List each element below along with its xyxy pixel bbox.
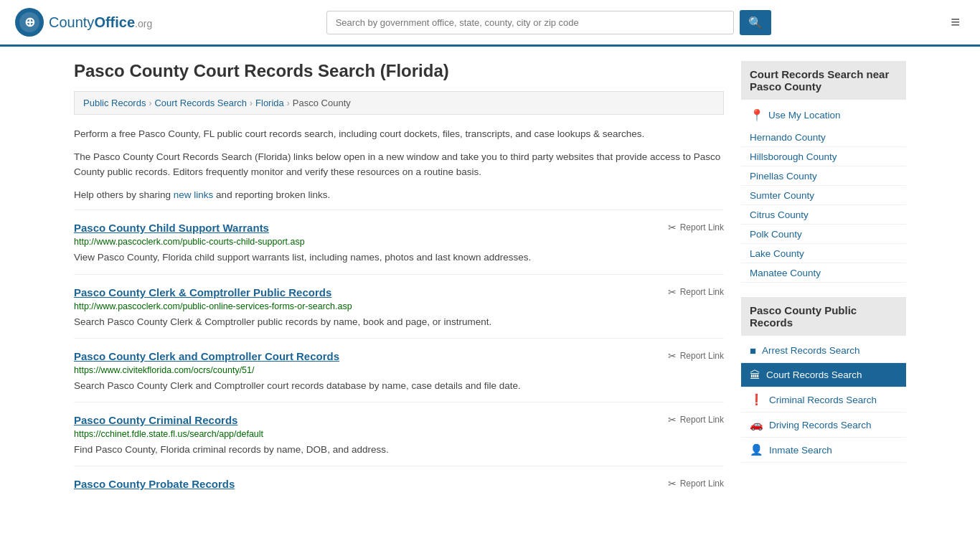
- pub-records-list: ■ Arrest Records Search 🏛 Court Records …: [741, 339, 906, 463]
- location-dot-icon: 📍: [750, 108, 764, 122]
- sidebar-nearby-section: Court Records Search near Pasco County 📍…: [741, 61, 906, 283]
- report-link-0[interactable]: ✂ Report Link: [668, 222, 724, 233]
- nearby-county-item: Sumter County: [741, 186, 906, 205]
- pub-rec-label-3: Driving Records Search: [769, 420, 872, 430]
- new-links-link[interactable]: new links: [174, 189, 214, 200]
- result-url-0[interactable]: http://www.pascoclerk.com/public-courts-…: [74, 237, 724, 247]
- result-item: Pasco County Criminal Records ✂ Report L…: [74, 402, 724, 466]
- result-url-3[interactable]: https://cchinet.fdle.state.fl.us/search/…: [74, 429, 724, 439]
- use-my-location[interactable]: 📍 Use My Location: [741, 103, 906, 128]
- sidebar-nearby-header: Court Records Search near Pasco County: [741, 61, 906, 100]
- search-button[interactable]: 🔍: [740, 10, 771, 35]
- pub-rec-icon-1: 🏛: [750, 369, 760, 381]
- pub-rec-icon-2: ❗: [750, 393, 763, 406]
- nearby-county-link-6[interactable]: Lake County: [750, 248, 804, 259]
- nearby-county-item: Citrus County: [741, 205, 906, 225]
- nearby-county-link-0[interactable]: Hernando County: [750, 132, 826, 143]
- result-desc-0: View Pasco County, Florida child support…: [74, 250, 724, 265]
- breadcrumb-sep-3: ›: [287, 98, 290, 108]
- breadcrumb: Public Records › Court Records Search › …: [74, 91, 724, 115]
- scissors-icon: ✂: [668, 222, 677, 233]
- pub-rec-icon-0: ■: [750, 344, 756, 357]
- result-item: Pasco County Clerk and Comptroller Court…: [74, 338, 724, 402]
- nearby-county-item: Hillsborough County: [741, 147, 906, 166]
- result-title-3[interactable]: Pasco County Criminal Records: [74, 414, 237, 426]
- report-link-3[interactable]: ✂ Report Link: [668, 414, 724, 425]
- breadcrumb-sep-2: ›: [250, 98, 253, 108]
- pub-rec-icon-3: 🚗: [750, 418, 763, 431]
- description-3: Help others by sharing new links and rep…: [74, 187, 724, 203]
- pub-rec-item-3[interactable]: 🚗 Driving Records Search: [741, 413, 906, 438]
- scissors-icon: ✂: [668, 478, 677, 489]
- result-desc-3: Find Pasco County, Florida criminal reco…: [74, 443, 724, 457]
- result-title-1[interactable]: Pasco County Clerk & Comptroller Public …: [74, 286, 331, 298]
- nearby-county-item: Hernando County: [741, 128, 906, 147]
- breadcrumb-court-records[interactable]: Court Records Search: [154, 98, 247, 108]
- scissors-icon: ✂: [668, 286, 677, 298]
- desc3-post: and reporting broken links.: [213, 189, 330, 200]
- nearby-county-link-1[interactable]: Hillsborough County: [750, 151, 837, 162]
- pub-rec-item-0[interactable]: ■ Arrest Records Search: [741, 339, 906, 363]
- logo-area: ⊕ CountyOffice.org: [14, 7, 152, 37]
- logo-text: CountyOffice.org: [49, 14, 152, 31]
- nearby-county-link-5[interactable]: Polk County: [750, 229, 802, 240]
- result-title-2[interactable]: Pasco County Clerk and Comptroller Court…: [74, 350, 339, 362]
- search-input[interactable]: [326, 11, 734, 34]
- result-item: Pasco County Child Support Warrants ✂ Re…: [74, 209, 724, 273]
- use-location-link[interactable]: Use My Location: [768, 110, 841, 121]
- result-url-1[interactable]: http://www.pascoclerk.com/public-online-…: [74, 301, 724, 311]
- result-header: Pasco County Criminal Records ✂ Report L…: [74, 414, 724, 426]
- sidebar-pubrecords-section: Pasco County Public Records ■ Arrest Rec…: [741, 297, 906, 463]
- nearby-county-link-7[interactable]: Manatee County: [750, 268, 821, 278]
- result-title-0[interactable]: Pasco County Child Support Warrants: [74, 222, 269, 234]
- result-header: Pasco County Clerk & Comptroller Public …: [74, 286, 724, 298]
- result-item: Pasco County Probate Records ✂ Report Li…: [74, 466, 724, 501]
- pub-rec-label-1: Court Records Search: [766, 369, 862, 380]
- page-title: Pasco County Court Records Search (Flori…: [74, 61, 724, 81]
- pub-rec-label-0: Arrest Records Search: [762, 345, 860, 356]
- search-area: 🔍: [326, 10, 771, 35]
- report-link-4[interactable]: ✂ Report Link: [668, 478, 724, 489]
- pub-rec-item-1[interactable]: 🏛 Court Records Search: [741, 363, 906, 387]
- breadcrumb-public-records[interactable]: Public Records: [83, 98, 146, 108]
- result-url-2[interactable]: https://www.civitekflorida.com/ocrs/coun…: [74, 365, 724, 375]
- sidebar: Court Records Search near Pasco County 📍…: [741, 61, 906, 501]
- pub-rec-label-4: Inmate Search: [769, 445, 832, 456]
- nearby-county-item: Lake County: [741, 244, 906, 263]
- result-header: Pasco County Probate Records ✂ Report Li…: [74, 478, 724, 490]
- nearby-counties-list: Hernando CountyHillsborough CountyPinell…: [741, 128, 906, 283]
- result-desc-1: Search Pasco County Clerk & Comptroller …: [74, 315, 724, 329]
- logo-icon: ⊕: [14, 7, 44, 37]
- report-link-2[interactable]: ✂ Report Link: [668, 350, 724, 362]
- scissors-icon: ✂: [668, 350, 677, 362]
- main-container: Pasco County Court Records Search (Flori…: [60, 47, 920, 516]
- pub-rec-item-2[interactable]: ❗ Criminal Records Search: [741, 387, 906, 413]
- description-1: Perform a free Pasco County, FL public c…: [74, 126, 724, 142]
- result-header: Pasco County Child Support Warrants ✂ Re…: [74, 222, 724, 234]
- result-item: Pasco County Clerk & Comptroller Public …: [74, 274, 724, 338]
- sidebar-pubrecords-header: Pasco County Public Records: [741, 297, 906, 336]
- result-header: Pasco County Clerk and Comptroller Court…: [74, 350, 724, 362]
- nearby-county-link-3[interactable]: Sumter County: [750, 190, 814, 201]
- result-desc-2: Search Pasco County Clerk and Comptrolle…: [74, 379, 724, 393]
- pub-rec-item-4[interactable]: 👤 Inmate Search: [741, 438, 906, 463]
- desc3-pre: Help others by sharing: [74, 189, 174, 200]
- nearby-county-item: Polk County: [741, 225, 906, 244]
- breadcrumb-sep-1: ›: [149, 98, 151, 108]
- svg-text:⊕: ⊕: [24, 15, 35, 29]
- result-title-4[interactable]: Pasco County Probate Records: [74, 478, 235, 490]
- nearby-county-link-4[interactable]: Citrus County: [750, 209, 809, 220]
- report-link-1[interactable]: ✂ Report Link: [668, 286, 724, 298]
- pub-rec-label-2: Criminal Records Search: [769, 395, 877, 405]
- scissors-icon: ✂: [668, 414, 677, 425]
- pub-rec-icon-4: 👤: [750, 443, 763, 456]
- breadcrumb-florida[interactable]: Florida: [255, 98, 284, 108]
- nearby-county-item: Pinellas County: [741, 166, 906, 186]
- content-area: Pasco County Court Records Search (Flori…: [74, 61, 724, 501]
- nearby-county-link-2[interactable]: Pinellas County: [750, 171, 817, 182]
- header: ⊕ CountyOffice.org 🔍 ≡: [0, 0, 980, 47]
- results-container: Pasco County Child Support Warrants ✂ Re…: [74, 209, 724, 501]
- menu-button[interactable]: ≡: [945, 10, 966, 34]
- description-2: The Pasco County Court Records Search (F…: [74, 149, 724, 180]
- breadcrumb-current: Pasco County: [293, 98, 351, 108]
